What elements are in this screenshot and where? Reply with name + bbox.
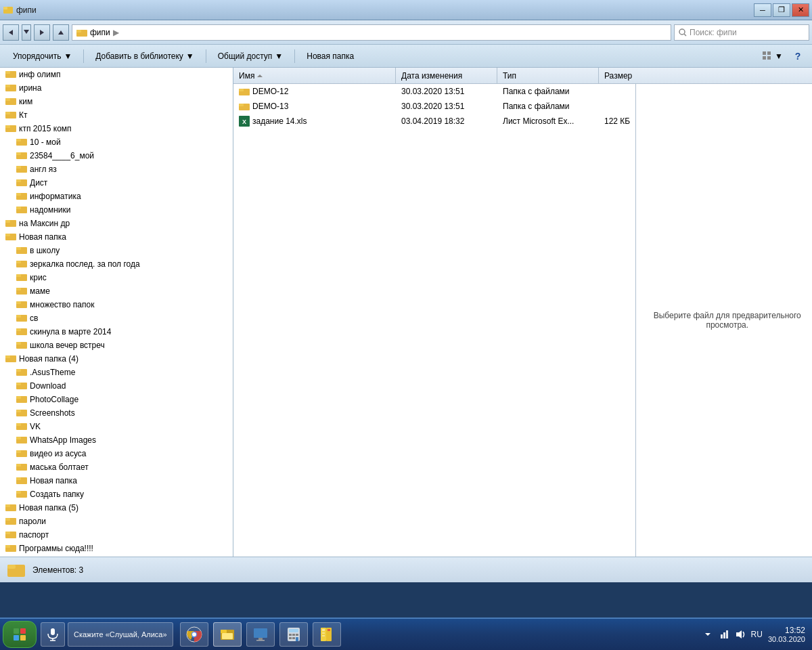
svg-rect-85 bbox=[5, 545, 10, 548]
tree-item[interactable]: Новая папка bbox=[0, 474, 233, 488]
microphone-icon bbox=[47, 628, 59, 641]
tree-item[interactable]: Новая папка (5) bbox=[0, 501, 233, 515]
close-button[interactable]: ✕ bbox=[792, 3, 809, 17]
share-button[interactable]: Общий доступ ▼ bbox=[210, 47, 291, 65]
col-name[interactable]: Имя bbox=[233, 68, 396, 83]
tree-item[interactable]: Создать папку bbox=[0, 488, 233, 501]
up-button[interactable] bbox=[53, 24, 69, 41]
tree-item[interactable]: Программы сюда!!!! bbox=[0, 542, 233, 555]
file-folder-icon bbox=[239, 87, 250, 96]
svg-rect-108 bbox=[51, 628, 55, 635]
window-title: фипи bbox=[16, 5, 37, 15]
tree-item[interactable]: Download bbox=[0, 379, 233, 393]
title-bar-buttons: ─ ❐ ✕ bbox=[754, 3, 809, 17]
search-box[interactable]: Поиск: фипи bbox=[674, 24, 809, 41]
tree-item[interactable]: PhotoCollage bbox=[0, 393, 233, 406]
tree-item[interactable]: на Максин др bbox=[0, 217, 233, 230]
file-row[interactable]: X задание 14.xls03.04.2019 18:32Лист Mic… bbox=[233, 114, 635, 129]
file-row[interactable]: DEMO-1330.03.2020 13:51Папка с файлами bbox=[233, 99, 635, 114]
tree-item[interactable]: Дист bbox=[0, 176, 233, 190]
tree-item[interactable]: надомники bbox=[0, 203, 233, 217]
explorer-icon bbox=[219, 626, 235, 643]
col-type[interactable]: Тип bbox=[497, 68, 599, 83]
folder-icon bbox=[16, 177, 27, 189]
svg-rect-117 bbox=[222, 633, 233, 639]
back-button[interactable] bbox=[3, 24, 19, 41]
svg-rect-21 bbox=[5, 112, 10, 114]
folder-icon bbox=[16, 313, 27, 324]
restore-button[interactable]: ❐ bbox=[773, 3, 790, 17]
tree-item[interactable]: Screenshots bbox=[0, 406, 233, 420]
folder-icon bbox=[16, 326, 27, 338]
microphone-button[interactable] bbox=[41, 622, 65, 647]
forward-button[interactable] bbox=[34, 24, 50, 41]
taskbar-apps bbox=[179, 622, 342, 647]
view-icon bbox=[763, 51, 772, 61]
tree-item[interactable]: паспорт bbox=[0, 528, 233, 542]
view-button[interactable]: ▼ bbox=[758, 47, 788, 65]
desktop-taskbar-button[interactable] bbox=[246, 622, 275, 647]
tree-item[interactable]: маме bbox=[0, 284, 233, 298]
right-panel: Имя Дата изменения Тип Размер DEMO-1230.… bbox=[233, 68, 812, 557]
svg-rect-79 bbox=[5, 504, 10, 507]
tree-item[interactable]: VK bbox=[0, 420, 233, 433]
tree-item[interactable]: множество папок bbox=[0, 298, 233, 311]
file-folder-icon bbox=[239, 102, 250, 111]
calculator-taskbar-button[interactable] bbox=[279, 622, 308, 647]
col-size[interactable]: Размер bbox=[599, 68, 812, 83]
tree-item[interactable]: ким bbox=[0, 95, 233, 108]
tree-item[interactable]: Кт bbox=[0, 108, 233, 122]
svg-rect-67 bbox=[16, 423, 21, 426]
tree-item[interactable]: WhatsApp Images bbox=[0, 433, 233, 447]
tree-item[interactable]: англ яз bbox=[0, 162, 233, 176]
tree-item[interactable]: Новая папка (4) bbox=[0, 352, 233, 366]
explorer-taskbar-button[interactable] bbox=[213, 622, 242, 647]
tree-item[interactable]: ктп 2015 комп bbox=[0, 122, 233, 135]
help-button[interactable]: ? bbox=[789, 47, 807, 65]
new-folder-button[interactable]: Новая папка bbox=[299, 47, 361, 65]
tree-item[interactable]: 23584____6_мой bbox=[0, 149, 233, 162]
svg-rect-103 bbox=[7, 565, 16, 569]
folder-icon bbox=[16, 408, 27, 419]
tree-item[interactable]: Новая папка bbox=[0, 230, 233, 244]
col-date[interactable]: Дата изменения bbox=[396, 68, 497, 83]
svg-marker-4 bbox=[40, 30, 44, 35]
tree-item[interactable]: видео из асуса bbox=[0, 447, 233, 460]
tree-item[interactable]: .AsusTheme bbox=[0, 366, 233, 379]
add-to-library-button[interactable]: Добавить в библиотеку ▼ bbox=[88, 47, 201, 65]
tree-item[interactable]: пароли bbox=[0, 515, 233, 528]
dropdown-button[interactable] bbox=[22, 24, 31, 41]
tree-item[interactable]: 10 - мой bbox=[0, 135, 233, 149]
tree-item[interactable]: скинула в марте 2014 bbox=[0, 325, 233, 339]
tree-item[interactable]: информатика bbox=[0, 190, 233, 203]
tree-item[interactable]: с ппэ bbox=[0, 555, 233, 557]
toolbar-separator-3 bbox=[294, 49, 295, 63]
svg-rect-120 bbox=[256, 640, 265, 641]
svg-rect-61 bbox=[16, 383, 21, 385]
desktop-icon bbox=[252, 626, 269, 643]
svg-rect-59 bbox=[16, 369, 21, 372]
tree-item[interactable]: в школу bbox=[0, 244, 233, 257]
tree-item[interactable]: ирина bbox=[0, 81, 233, 95]
tree-item[interactable]: инф олимп bbox=[0, 68, 233, 81]
chrome-taskbar-button[interactable] bbox=[180, 622, 208, 647]
tree-item[interactable]: зеркалка послед. за пол года bbox=[0, 257, 233, 271]
tree-item[interactable]: крис bbox=[0, 271, 233, 284]
toolbar: Упорядочить ▼ Добавить в библиотеку ▼ Об… bbox=[0, 45, 812, 68]
svg-rect-53 bbox=[16, 328, 21, 331]
tree-item[interactable]: св bbox=[0, 311, 233, 325]
tray-expand-icon[interactable] bbox=[702, 629, 713, 640]
svg-marker-139 bbox=[736, 630, 742, 638]
minimize-button[interactable]: ─ bbox=[754, 3, 771, 17]
organize-button[interactable]: Упорядочить ▼ bbox=[5, 47, 79, 65]
winrar-taskbar-button[interactable] bbox=[313, 622, 341, 647]
address-path[interactable]: фипи ▶ bbox=[72, 24, 671, 41]
tree-item[interactable]: маська болтает bbox=[0, 460, 233, 474]
preview-panel: Выберите файл для предварительного просм… bbox=[635, 84, 812, 557]
file-row[interactable]: DEMO-1230.03.2020 13:51Папка с файлами bbox=[233, 84, 635, 99]
start-button[interactable] bbox=[3, 621, 37, 648]
svg-rect-71 bbox=[16, 450, 21, 453]
start-label[interactable]: Скажите «Слушай, Алиса» bbox=[68, 622, 173, 647]
tree-item[interactable]: школа вечер встреч bbox=[0, 339, 233, 352]
svg-rect-133 bbox=[322, 632, 325, 634]
